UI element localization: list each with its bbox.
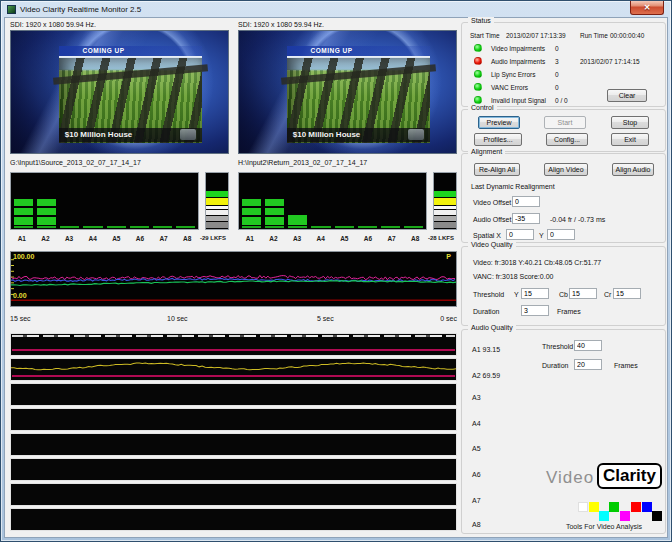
profiles-button[interactable]: Profiles... xyxy=(474,133,522,146)
audio-threshold-label: Threshold xyxy=(542,342,573,351)
spatial-y-field[interactable] xyxy=(547,229,575,240)
time-tick: 10 sec xyxy=(167,314,188,323)
quality-trace-plot xyxy=(11,252,456,306)
colorbar-blue xyxy=(642,502,652,512)
app-window: Video Clarity Realtime Monitor 2.5 ✕ SDI… xyxy=(0,0,672,542)
threshold-y-field[interactable] xyxy=(521,288,549,299)
spatial-x-label: Spatial X xyxy=(473,231,501,240)
station-logo xyxy=(180,129,196,140)
start-button[interactable]: Start xyxy=(544,116,586,129)
lkfs-meter xyxy=(433,172,457,230)
logo-tagline: Tools For Video Analysis xyxy=(542,523,666,530)
preview-button[interactable]: Preview xyxy=(478,116,520,129)
channel-label: A1 xyxy=(238,235,262,242)
threshold-y-label: Y xyxy=(514,290,519,299)
duration-label: Duration xyxy=(473,307,499,316)
threshold-line xyxy=(12,349,455,351)
channel-label: A3 xyxy=(57,235,81,242)
channel-label: A4 xyxy=(81,235,105,242)
group-title: Audio Quality xyxy=(468,324,516,331)
exit-button[interactable]: Exit xyxy=(611,133,649,146)
control-group: Control Preview Start Stop Profiles... C… xyxy=(461,109,666,152)
audio-threshold-field[interactable] xyxy=(574,340,602,351)
audio-row-a5: A5 xyxy=(472,444,481,453)
colorbar-green xyxy=(609,502,619,512)
client-area: SDI: 1920 x 1080 59.94 Hz. COMING UP $10… xyxy=(4,17,668,538)
audio-duration-label: Duration xyxy=(542,361,568,370)
audio-offset-field[interactable] xyxy=(512,213,540,224)
coming-up-banner: COMING UP xyxy=(59,46,202,57)
duration-field[interactable] xyxy=(521,305,549,316)
colorbar-red xyxy=(631,502,641,512)
video-offset-field[interactable] xyxy=(512,196,540,207)
status-value: 3 xyxy=(555,57,559,66)
time-tick: 5 sec xyxy=(317,314,334,323)
lkfs-meter xyxy=(205,172,229,230)
clip-indicator-line xyxy=(12,335,455,337)
run-time-value: 00:00:00:40 xyxy=(610,31,644,40)
audio-row-a4: A4 xyxy=(472,419,481,428)
control-sidebar: Status Start Time 2013/02/07 17:13:39 Ru… xyxy=(460,18,668,539)
status-label: Lip Sync Errors xyxy=(491,70,535,79)
channel-labels: A1 A2 A3 A4 A5 A6 A7 A8 xyxy=(10,235,199,242)
lower-third-banner: $10 Million House xyxy=(59,128,202,142)
spatial-x-field[interactable] xyxy=(506,229,534,240)
channel-label: A3 xyxy=(285,235,309,242)
group-title: Status xyxy=(468,17,494,24)
close-button[interactable]: ✕ xyxy=(630,1,664,15)
coming-up-banner: COMING UP xyxy=(287,46,430,57)
audio-strip-a6 xyxy=(10,458,457,481)
close-icon: ✕ xyxy=(644,3,651,12)
align-audio-button[interactable]: Align Audio xyxy=(612,163,654,176)
return-video-preview: COMING UP $10 Million House xyxy=(238,30,457,154)
meter-channel-a8 xyxy=(175,173,196,229)
meter-channel-a3 xyxy=(287,173,308,229)
sdi-format-label: SDI: 1920 x 1080 59.94 Hz. xyxy=(238,20,324,29)
config-button[interactable]: Config... xyxy=(546,133,588,146)
last-dynamic-realignment-label: Last Dynamic Realignment xyxy=(471,182,555,191)
meter-channel-a6 xyxy=(129,173,150,229)
channel-label: A2 xyxy=(34,235,58,242)
meter-channel-a4 xyxy=(82,173,103,229)
threshold-cr-field[interactable] xyxy=(613,288,641,299)
logo-video-text: Video xyxy=(546,468,594,488)
realign-all-button[interactable]: Re-Align All xyxy=(474,163,520,176)
clear-button[interactable]: Clear xyxy=(607,89,647,102)
window-title: Video Clarity Realtime Monitor 2.5 xyxy=(20,5,141,14)
audio-level-meter xyxy=(10,172,199,230)
channel-label: A4 xyxy=(309,235,333,242)
audio-strip-a5 xyxy=(10,433,457,456)
audio-frames-label: Frames xyxy=(614,361,638,370)
audio-row-a2: A2 69.59 xyxy=(472,371,500,380)
audio-offset-label: Audio Offset xyxy=(473,215,511,224)
threshold-line xyxy=(12,375,455,377)
stop-button[interactable]: Stop xyxy=(611,116,649,129)
colorbar-black xyxy=(652,511,662,521)
audio-duration-field[interactable] xyxy=(574,359,602,370)
group-title: Video Quality xyxy=(468,241,516,248)
audio-strip-a1 xyxy=(10,333,457,356)
source-panel: SDI: 1920 x 1080 59.94 Hz. COMING UP $10… xyxy=(5,18,233,248)
sdi-format-label: SDI: 1920 x 1080 59.94 Hz. xyxy=(10,20,96,29)
channel-label: A7 xyxy=(380,235,404,242)
threshold-label: Threshold xyxy=(473,290,504,299)
audio-quality-group: Audio Quality A1 93.15 A2 69.59 A3 A4 A5… xyxy=(461,329,666,534)
threshold-cb-label: Cb xyxy=(559,290,568,299)
colorbar-white xyxy=(578,502,588,512)
logo-clarity-text: Clarity xyxy=(597,463,662,489)
channel-labels: A1 A2 A3 A4 A5 A6 A7 A8 xyxy=(238,235,427,242)
alignment-group: Alignment Re-Align All Align Video Align… xyxy=(461,153,666,243)
lkfs-value: -29 LKFS xyxy=(193,235,233,241)
status-label: Audio Impairments xyxy=(491,57,545,66)
vanc-metrics-line: VANC: fr:3018 Score:0.00 xyxy=(473,272,553,281)
meter-channel-a7 xyxy=(380,173,401,229)
status-value: 0 xyxy=(555,44,559,53)
colorbar-yellow xyxy=(589,502,599,512)
align-video-button[interactable]: Align Video xyxy=(544,163,588,176)
banner-text: $10 Million House xyxy=(293,130,361,139)
meter-channel-a5 xyxy=(334,173,355,229)
spatial-y-label: Y xyxy=(539,231,544,240)
group-title: Alignment xyxy=(468,148,505,155)
threshold-cb-field[interactable] xyxy=(569,288,597,299)
title-bar[interactable]: Video Clarity Realtime Monitor 2.5 ✕ xyxy=(1,1,671,17)
